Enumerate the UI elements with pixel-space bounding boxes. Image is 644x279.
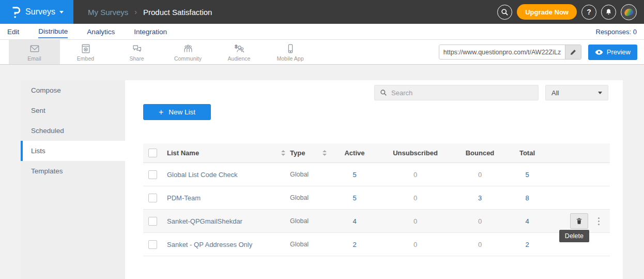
preview-button[interactable]: Preview: [588, 45, 637, 60]
channel-label: Email: [27, 55, 41, 62]
row-checkbox[interactable]: [148, 217, 157, 226]
unsubscribed-count[interactable]: 0: [378, 241, 453, 248]
row-checkbox[interactable]: [148, 170, 157, 179]
channel-label: Share: [129, 55, 144, 62]
filter-row: All: [125, 85, 623, 100]
tab-distribute[interactable]: Distribute: [38, 25, 68, 38]
breadcrumb-my-surveys[interactable]: My Surveys: [88, 8, 128, 17]
active-count[interactable]: 2: [331, 241, 378, 248]
bounced-count[interactable]: 0: [453, 241, 507, 248]
total-count[interactable]: 5: [507, 171, 547, 179]
sidebar-item-templates[interactable]: Templates: [21, 161, 125, 181]
list-name-link[interactable]: Global List Code Check: [167, 171, 277, 179]
share-bubbles-icon: [131, 43, 143, 54]
community-people-icon: [182, 43, 194, 54]
row-actions: Delete: [547, 210, 610, 232]
sidebar-item-scheduled[interactable]: Scheduled: [21, 121, 125, 141]
channel-mobile-app[interactable]: Mobile App: [265, 40, 316, 64]
breadcrumb: My Surveys › Product Satisfaction: [88, 8, 212, 17]
list-type: Global: [290, 241, 318, 248]
envelope-icon: [29, 43, 40, 54]
plus-icon: +: [159, 108, 163, 117]
row-menu-dots-icon[interactable]: [598, 221, 600, 222]
distribute-channel-bar: Email Embed Share Community $: [0, 40, 644, 65]
survey-nav: Edit Distribute Analytics Integration Re…: [0, 24, 644, 40]
search-icon: [501, 8, 509, 16]
channel-share[interactable]: Share: [111, 40, 162, 64]
survey-url-input[interactable]: [439, 45, 565, 59]
total-count[interactable]: 8: [507, 194, 547, 202]
table-row: Global List Code Check Global 5 0 0 5: [143, 163, 610, 186]
sidebar-item-sent[interactable]: Sent: [21, 100, 125, 121]
product-switcher[interactable]: Surveys: [0, 0, 73, 24]
delete-tooltip: Delete: [559, 230, 589, 242]
lists-content: All + New List List Name Type Active: [125, 80, 623, 279]
active-count[interactable]: 5: [331, 171, 378, 179]
responses-count[interactable]: Responses: 0: [596, 28, 637, 36]
sidebar-item-compose[interactable]: Compose: [21, 80, 125, 100]
global-search-button[interactable]: [497, 5, 512, 20]
channel-label: Audience: [228, 55, 251, 62]
list-name-link[interactable]: PDM-Team: [167, 194, 277, 202]
list-filter-dropdown[interactable]: All: [545, 85, 608, 100]
list-name-link[interactable]: Sanket-QPGmailShekdar: [167, 217, 277, 225]
bounced-count[interactable]: 3: [453, 194, 507, 202]
row-checkbox[interactable]: [148, 194, 157, 202]
channel-email[interactable]: Email: [9, 40, 60, 64]
table-row: Sanket - QP Addresses Only Global 2 0 0 …: [143, 233, 610, 256]
list-name-link[interactable]: Sanket - QP Addresses Only: [167, 241, 277, 248]
total-count[interactable]: 4: [507, 217, 547, 225]
notifications-button[interactable]: [601, 5, 616, 20]
bounced-count[interactable]: 0: [453, 217, 507, 225]
active-count[interactable]: 5: [331, 194, 378, 202]
channel-audience[interactable]: $ Audience: [213, 40, 265, 64]
trash-icon: [575, 217, 583, 225]
list-type: Global: [290, 171, 318, 178]
unsubscribed-count[interactable]: 0: [378, 171, 453, 179]
topbar-actions: Upgrade Now ?: [497, 4, 637, 20]
select-all-checkbox[interactable]: [148, 149, 157, 157]
survey-url-group: Preview: [439, 40, 637, 64]
tab-edit[interactable]: Edit: [7, 25, 19, 38]
embed-code-icon: [80, 43, 91, 54]
caret-down-icon: [59, 11, 64, 13]
sort-type-icon[interactable]: [318, 150, 331, 156]
channel-label: Community: [174, 55, 202, 62]
unsubscribed-count[interactable]: 0: [378, 217, 453, 225]
bounced-count[interactable]: 0: [453, 171, 507, 179]
edit-url-button[interactable]: [565, 45, 581, 59]
row-checkbox[interactable]: [148, 240, 157, 249]
new-list-label: New List: [168, 108, 195, 116]
svg-text:$: $: [235, 44, 237, 49]
audience-dollar-icon: $: [234, 43, 245, 54]
tab-analytics[interactable]: Analytics: [87, 25, 115, 38]
pencil-icon: [570, 49, 577, 56]
list-search-input[interactable]: [391, 89, 533, 97]
new-list-button[interactable]: + New List: [143, 104, 211, 120]
product-menu-label: Surveys: [25, 7, 55, 17]
user-avatar[interactable]: [621, 4, 637, 20]
sidebar-item-lists[interactable]: Lists: [21, 141, 125, 161]
delete-list-button[interactable]: [570, 213, 588, 229]
list-search-box: [374, 85, 539, 100]
total-count[interactable]: 2: [507, 241, 547, 248]
tab-integration[interactable]: Integration: [134, 25, 167, 38]
channel-label: Embed: [77, 55, 94, 62]
col-type: Type: [290, 149, 318, 157]
breadcrumb-separator-icon: ›: [134, 8, 137, 16]
survey-url-box: [439, 45, 581, 60]
sort-list-name-icon[interactable]: [277, 150, 290, 156]
table-header-row: List Name Type Active Unsubscribed Bounc…: [143, 143, 610, 163]
unsubscribed-count[interactable]: 0: [378, 194, 453, 202]
channel-community[interactable]: Community: [162, 40, 213, 64]
table-row: PDM-Team Global 5 0 3 8: [143, 186, 610, 210]
list-type: Global: [290, 194, 318, 201]
email-lists-card: Compose Sent Scheduled Lists Templates A…: [21, 80, 623, 279]
channel-label: Mobile App: [277, 55, 304, 62]
upgrade-now-button[interactable]: Upgrade Now: [517, 4, 577, 20]
help-button[interactable]: ?: [581, 5, 596, 20]
channel-embed[interactable]: Embed: [60, 40, 111, 64]
active-count[interactable]: 4: [331, 217, 378, 225]
search-icon: [380, 89, 387, 96]
question-mark-icon: ?: [587, 8, 591, 16]
